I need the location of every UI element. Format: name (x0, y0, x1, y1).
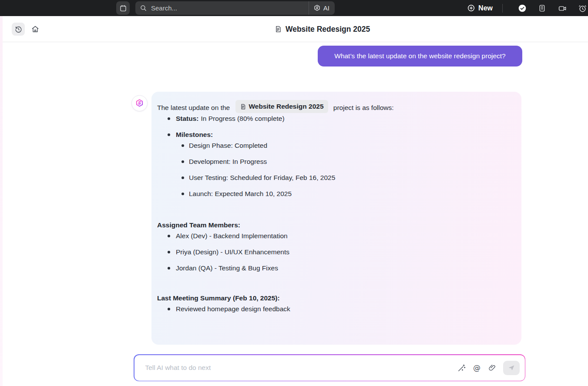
composer-inner: Tell AI what to do next @ (134, 355, 525, 381)
search-input[interactable]: Search... AI (135, 1, 335, 15)
intro-suffix: project is as follows: (333, 104, 394, 111)
wand-sparkles-icon[interactable] (457, 363, 466, 372)
topbar-divider (502, 4, 503, 13)
ai-intro-line: The latest update on the Website Redesig… (157, 100, 516, 113)
doc-header: Website Redesign 2025 (0, 16, 588, 42)
list-item: Development: In Progress (157, 156, 516, 167)
video-camera-icon[interactable] (558, 4, 567, 13)
user-message-bubble: What’s the latest update on the website … (318, 46, 522, 67)
list-item: Reviewed homepage design feedback (157, 303, 516, 314)
home-icon (31, 25, 40, 33)
intro-prefix: The latest update on the (157, 104, 230, 111)
new-button[interactable]: New (467, 4, 493, 12)
topbar-ai-label: AI (323, 4, 329, 12)
history-icon (14, 25, 23, 33)
list-item: User Testing: Scheduled for Friday, Feb … (157, 172, 516, 183)
check-circle-icon[interactable] (518, 4, 527, 13)
meeting-heading: Last Meeting Summary (Feb 10, 2025): (157, 293, 516, 303)
home-button[interactable] (29, 23, 42, 36)
list-item: Status:In Progress (80% complete) (157, 113, 516, 124)
composer-input[interactable]: Tell AI what to do next (145, 364, 451, 372)
doc-chip[interactable]: Website Redesign 2025 (235, 100, 328, 113)
page-title: Website Redesign 2025 (274, 16, 370, 42)
doc-chip-icon (240, 103, 246, 110)
list-item: Priya (Design) - UI/UX Enhancements (157, 246, 516, 257)
topbar-right-cluster: New (467, 0, 587, 16)
plus-circle-icon (467, 4, 475, 12)
list-item: Milestones: (157, 129, 516, 140)
new-button-label: New (478, 4, 493, 12)
team-heading: Assigned Team Members: (157, 220, 516, 230)
clipboard-icon[interactable] (538, 4, 547, 13)
calendar-icon (119, 4, 127, 12)
search-placeholder: Search... (151, 4, 309, 12)
doc-chip-label: Website Redesign 2025 (249, 101, 324, 112)
document-icon (274, 25, 282, 33)
list-item: Alex (Dev) - Backend Implementation (157, 230, 516, 241)
ai-brain-gradient-icon (135, 99, 144, 108)
ai-avatar (131, 95, 148, 111)
composer: Tell AI what to do next @ (134, 354, 525, 381)
list-item: Design Phase: Completed (157, 140, 516, 151)
alarm-clock-icon[interactable] (578, 4, 587, 13)
history-button[interactable] (12, 23, 25, 36)
team-list: Alex (Dev) - Backend Implementation Priy… (157, 230, 516, 273)
send-button[interactable] (503, 361, 520, 375)
milestones-list: Design Phase: Completed Development: In … (157, 140, 516, 199)
calendar-button[interactable] (116, 1, 130, 15)
page-title-text: Website Redesign 2025 (286, 25, 370, 34)
search-icon (140, 4, 147, 12)
meeting-list: Reviewed homepage design feedback (157, 303, 516, 314)
attachment-icon[interactable] (488, 363, 497, 372)
send-icon (507, 364, 515, 372)
list-item: Launch: Expected March 10, 2025 (157, 188, 516, 199)
ai-brain-icon (313, 4, 321, 12)
left-gradient-strip (0, 16, 3, 386)
topbar-ai-button[interactable]: AI (309, 1, 335, 15)
list-item: Jordan (QA) - Testing & Bug Fixes (157, 263, 516, 273)
user-message-text: What’s the latest update on the website … (334, 52, 506, 60)
top-bar: Search... AI New (0, 0, 588, 16)
ai-response-card: The latest update on the Website Redesig… (151, 92, 521, 345)
status-list: Status:In Progress (80% complete) Milest… (157, 113, 516, 140)
mention-icon[interactable]: @ (473, 363, 481, 372)
